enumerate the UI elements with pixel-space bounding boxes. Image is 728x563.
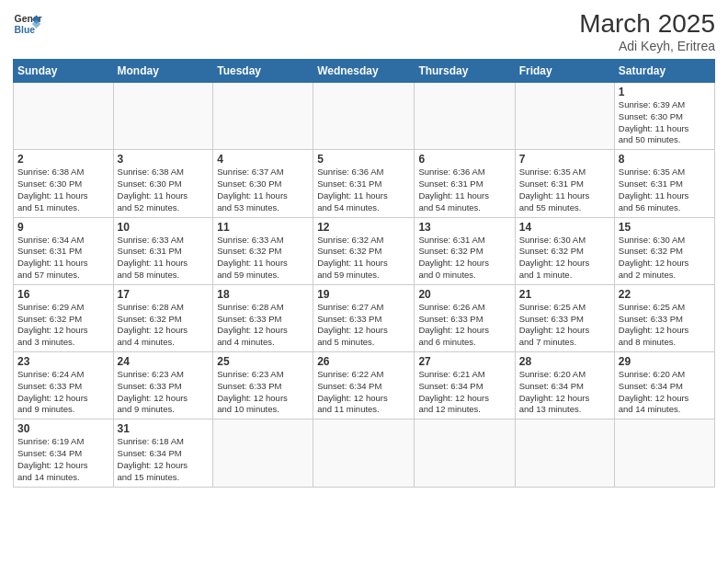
weekday-header-wednesday: Wednesday (313, 60, 415, 83)
calendar-cell (213, 83, 313, 150)
day-number: 9 (17, 221, 109, 234)
weekday-header-friday: Friday (515, 60, 614, 83)
day-info: Sunrise: 6:37 AM Sunset: 6:30 PM Dayligh… (217, 167, 309, 213)
calendar-cell: 1Sunrise: 6:39 AM Sunset: 6:30 PM Daylig… (614, 83, 714, 150)
logo-icon: General Blue (13, 9, 42, 39)
calendar-cell (614, 419, 714, 487)
day-number: 16 (17, 288, 109, 301)
day-number: 13 (418, 221, 510, 234)
day-number: 18 (217, 288, 309, 301)
day-number: 31 (118, 422, 210, 435)
calendar-cell: 24Sunrise: 6:23 AM Sunset: 6:33 PM Dayli… (113, 352, 213, 419)
calendar-cell: 3Sunrise: 6:38 AM Sunset: 6:30 PM Daylig… (113, 150, 213, 217)
day-info: Sunrise: 6:26 AM Sunset: 6:33 PM Dayligh… (418, 302, 510, 349)
day-info: Sunrise: 6:28 AM Sunset: 6:33 PM Dayligh… (217, 302, 309, 349)
calendar-cell: 15Sunrise: 6:30 AM Sunset: 6:32 PM Dayli… (614, 217, 714, 284)
day-number: 29 (619, 355, 711, 368)
day-info: Sunrise: 6:27 AM Sunset: 6:33 PM Dayligh… (317, 302, 410, 349)
calendar-cell: 4Sunrise: 6:37 AM Sunset: 6:30 PM Daylig… (213, 150, 313, 217)
day-number: 26 (317, 355, 410, 368)
day-number: 21 (519, 288, 610, 301)
calendar-week-row: 30Sunrise: 6:19 AM Sunset: 6:34 PM Dayli… (14, 419, 715, 487)
day-info: Sunrise: 6:18 AM Sunset: 6:34 PM Dayligh… (118, 436, 210, 483)
day-number: 22 (619, 288, 711, 301)
day-number: 15 (619, 221, 711, 234)
day-info: Sunrise: 6:21 AM Sunset: 6:34 PM Dayligh… (418, 369, 510, 416)
calendar-cell: 12Sunrise: 6:32 AM Sunset: 6:32 PM Dayli… (313, 217, 415, 284)
day-info: Sunrise: 6:38 AM Sunset: 6:30 PM Dayligh… (118, 167, 210, 213)
weekday-header-monday: Monday (113, 60, 213, 83)
day-number: 2 (17, 153, 109, 166)
day-number: 28 (519, 355, 610, 368)
calendar-cell: 8Sunrise: 6:35 AM Sunset: 6:31 PM Daylig… (614, 150, 714, 217)
header: General Blue March 2025 Adi Keyh, Eritre… (13, 9, 715, 53)
calendar-cell (415, 419, 515, 487)
day-info: Sunrise: 6:39 AM Sunset: 6:30 PM Dayligh… (619, 99, 711, 146)
day-number: 23 (17, 355, 109, 368)
calendar-week-row: 1Sunrise: 6:39 AM Sunset: 6:30 PM Daylig… (14, 83, 715, 150)
calendar-cell: 13Sunrise: 6:31 AM Sunset: 6:32 PM Dayli… (415, 217, 515, 284)
calendar-cell: 6Sunrise: 6:36 AM Sunset: 6:31 PM Daylig… (415, 150, 515, 217)
day-info: Sunrise: 6:33 AM Sunset: 6:32 PM Dayligh… (217, 235, 309, 282)
day-info: Sunrise: 6:38 AM Sunset: 6:30 PM Dayligh… (17, 167, 109, 213)
calendar-cell: 14Sunrise: 6:30 AM Sunset: 6:32 PM Dayli… (515, 217, 614, 284)
day-number: 12 (317, 221, 410, 234)
calendar-week-row: 23Sunrise: 6:24 AM Sunset: 6:33 PM Dayli… (14, 352, 715, 419)
calendar-cell: 19Sunrise: 6:27 AM Sunset: 6:33 PM Dayli… (313, 284, 415, 351)
calendar-cell: 27Sunrise: 6:21 AM Sunset: 6:34 PM Dayli… (415, 352, 515, 419)
day-number: 1 (619, 86, 711, 98)
calendar-cell: 5Sunrise: 6:36 AM Sunset: 6:31 PM Daylig… (313, 150, 415, 217)
calendar-cell: 28Sunrise: 6:20 AM Sunset: 6:34 PM Dayli… (515, 352, 614, 419)
calendar-cell: 9Sunrise: 6:34 AM Sunset: 6:31 PM Daylig… (14, 217, 114, 284)
day-info: Sunrise: 6:20 AM Sunset: 6:34 PM Dayligh… (519, 369, 610, 416)
calendar-cell: 23Sunrise: 6:24 AM Sunset: 6:33 PM Dayli… (14, 352, 114, 419)
day-number: 10 (118, 221, 210, 234)
calendar-cell (14, 83, 114, 150)
day-info: Sunrise: 6:20 AM Sunset: 6:34 PM Dayligh… (619, 369, 711, 416)
day-info: Sunrise: 6:35 AM Sunset: 6:31 PM Dayligh… (619, 167, 711, 213)
calendar-cell: 26Sunrise: 6:22 AM Sunset: 6:34 PM Dayli… (313, 352, 415, 419)
day-info: Sunrise: 6:33 AM Sunset: 6:31 PM Dayligh… (118, 235, 210, 282)
day-info: Sunrise: 6:35 AM Sunset: 6:31 PM Dayligh… (519, 167, 610, 213)
svg-text:Blue: Blue (15, 25, 36, 35)
calendar-cell: 31Sunrise: 6:18 AM Sunset: 6:34 PM Dayli… (113, 419, 213, 487)
day-info: Sunrise: 6:32 AM Sunset: 6:32 PM Dayligh… (317, 235, 410, 282)
day-number: 14 (519, 221, 610, 234)
calendar-cell (515, 419, 614, 487)
day-info: Sunrise: 6:22 AM Sunset: 6:34 PM Dayligh… (317, 369, 410, 416)
weekday-header-tuesday: Tuesday (213, 60, 313, 83)
location-title: Adi Keyh, Eritrea (579, 39, 715, 53)
calendar-week-row: 16Sunrise: 6:29 AM Sunset: 6:32 PM Dayli… (14, 284, 715, 351)
calendar-cell (515, 83, 614, 150)
day-number: 20 (418, 288, 510, 301)
day-info: Sunrise: 6:24 AM Sunset: 6:33 PM Dayligh… (17, 369, 109, 416)
day-info: Sunrise: 6:36 AM Sunset: 6:31 PM Dayligh… (418, 167, 510, 213)
day-info: Sunrise: 6:23 AM Sunset: 6:33 PM Dayligh… (118, 369, 210, 416)
day-number: 30 (17, 422, 109, 435)
day-number: 25 (217, 355, 309, 368)
weekday-header-sunday: Sunday (14, 60, 114, 83)
page: General Blue March 2025 Adi Keyh, Eritre… (0, 0, 728, 563)
calendar-cell (313, 419, 415, 487)
calendar-cell: 22Sunrise: 6:25 AM Sunset: 6:33 PM Dayli… (614, 284, 714, 351)
day-info: Sunrise: 6:36 AM Sunset: 6:31 PM Dayligh… (317, 167, 410, 213)
day-info: Sunrise: 6:29 AM Sunset: 6:32 PM Dayligh… (17, 302, 109, 349)
calendar-week-row: 2Sunrise: 6:38 AM Sunset: 6:30 PM Daylig… (14, 150, 715, 217)
day-info: Sunrise: 6:31 AM Sunset: 6:32 PM Dayligh… (418, 235, 510, 282)
calendar-cell: 30Sunrise: 6:19 AM Sunset: 6:34 PM Dayli… (14, 419, 114, 487)
day-number: 7 (519, 153, 610, 166)
day-info: Sunrise: 6:25 AM Sunset: 6:33 PM Dayligh… (619, 302, 711, 349)
calendar-cell: 11Sunrise: 6:33 AM Sunset: 6:32 PM Dayli… (213, 217, 313, 284)
calendar-table: SundayMondayTuesdayWednesdayThursdayFrid… (13, 59, 715, 488)
day-number: 8 (619, 153, 711, 166)
calendar-cell: 29Sunrise: 6:20 AM Sunset: 6:34 PM Dayli… (614, 352, 714, 419)
weekday-header-row: SundayMondayTuesdayWednesdayThursdayFrid… (14, 60, 715, 83)
calendar-cell: 7Sunrise: 6:35 AM Sunset: 6:31 PM Daylig… (515, 150, 614, 217)
weekday-header-thursday: Thursday (415, 60, 515, 83)
month-title: March 2025 (579, 9, 715, 39)
day-info: Sunrise: 6:19 AM Sunset: 6:34 PM Dayligh… (17, 436, 109, 483)
calendar-cell (313, 83, 415, 150)
calendar-cell (113, 83, 213, 150)
calendar-cell: 25Sunrise: 6:23 AM Sunset: 6:33 PM Dayli… (213, 352, 313, 419)
day-number: 3 (118, 153, 210, 166)
